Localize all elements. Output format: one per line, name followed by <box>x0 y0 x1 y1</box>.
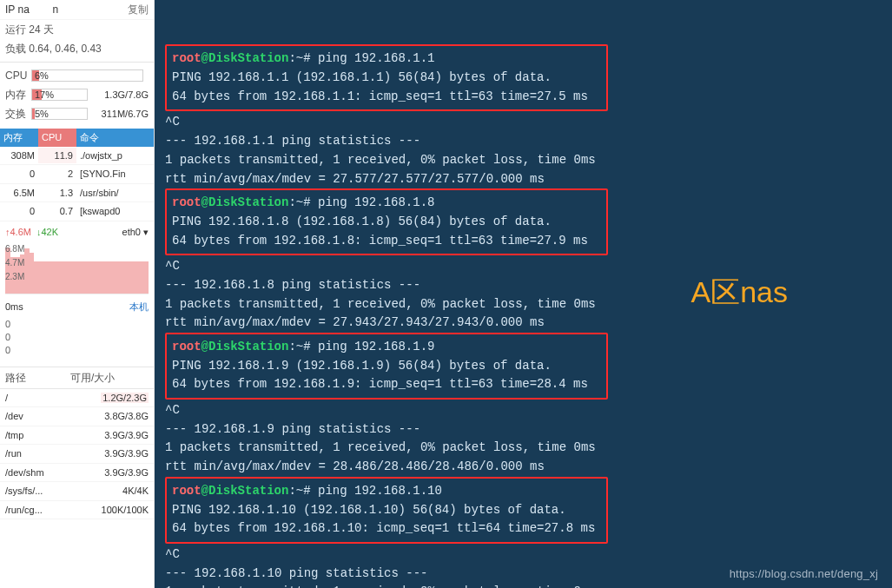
net-iface-select[interactable]: eth0 ▾ <box>122 225 149 240</box>
term-line: PING 192.168.1.9 (192.168.1.9) 56(84) by… <box>172 357 601 376</box>
ping-highlight-box: root@DiskStation:~# ping 192.168.1.9PING… <box>165 333 608 400</box>
term-line: rtt min/avg/max/mdev = 27.943/27.943/27.… <box>165 314 892 333</box>
ip-label: IP na n <box>5 2 58 17</box>
disk-path: /tmp <box>5 428 70 443</box>
disk-path: /sys/fs/... <box>5 484 70 499</box>
term-line: ^C <box>165 113 892 132</box>
proc-cpu: 0.7 <box>38 203 76 220</box>
cpu-bar: 6% <box>31 69 143 82</box>
disk-path: /run/cg... <box>5 503 70 518</box>
swap-pct: 5% <box>35 109 49 119</box>
ping-highlight-box: root@DiskStation:~# ping 192.168.1.8PING… <box>165 188 608 255</box>
disk-size: 4K/4K <box>70 484 149 499</box>
term-line: PING 192.168.1.8 (192.168.1.8) 56(84) by… <box>172 213 601 232</box>
net-row: ↑4.6M ↓42K eth0 ▾ <box>0 221 154 243</box>
disk-size: 3.9G/3.9G <box>70 466 149 480</box>
disk-path: /dev/shm <box>5 466 70 480</box>
uptime-label: 运行 24 天 <box>0 20 154 39</box>
proc-mem: 6.5M <box>0 185 38 202</box>
term-line: 1 packets transmitted, 1 received, 0% pa… <box>165 439 892 458</box>
proc-header-cmd[interactable]: 命令 <box>76 129 154 147</box>
proc-mem: 0 <box>0 203 38 220</box>
proc-header-cpu[interactable]: CPU <box>38 129 76 147</box>
disk-path: /dev <box>5 409 70 424</box>
proc-mem: 308M <box>0 148 38 164</box>
proc-cmd: ./owjstx_p <box>76 148 154 164</box>
term-line: root@DiskStation:~# ping 192.168.1.8 <box>172 194 601 213</box>
proc-header-mem[interactable]: 内存 <box>0 129 38 147</box>
disk-size: 1.2G/2.3G <box>70 391 149 406</box>
mem-bar: 17% <box>31 89 88 101</box>
disk-row[interactable]: /1.2G/2.3G <box>0 389 154 408</box>
disk-header-size[interactable]: 可用/大小 <box>70 370 149 386</box>
term-line: 1 packets transmitted, 1 received, 0% pa… <box>165 583 892 588</box>
net-down: ↓42K <box>36 225 58 240</box>
latency-target[interactable]: 本机 <box>129 300 149 314</box>
proc-row[interactable]: 308M11.9./owjstx_p <box>0 147 154 166</box>
term-line: root@DiskStation:~# ping 192.168.1.9 <box>172 338 601 357</box>
disk-row[interactable]: /tmp3.9G/3.9G <box>0 426 154 446</box>
ping-highlight-box: root@DiskStation:~# ping 192.168.1.10PIN… <box>165 477 608 544</box>
term-line: 64 bytes from 192.168.1.8: icmp_seq=1 tt… <box>172 232 601 251</box>
spark-axis: 6.8M 4.7M 2.3M <box>5 242 24 284</box>
disk-row[interactable]: /sys/fs/...4K/4K <box>0 482 154 501</box>
disk-size: 100K/100K <box>70 503 149 518</box>
proc-row[interactable]: 00.7[kswapd0 <box>0 202 154 221</box>
term-line: 64 bytes from 192.168.1.10: icmp_seq=1 t… <box>172 519 601 538</box>
term-line: root@DiskStation:~# ping 192.168.1.10 <box>172 482 601 501</box>
disk-row[interactable]: /dev/shm3.9G/3.9G <box>0 464 154 483</box>
region-label: A区nas <box>691 269 789 315</box>
term-line: root@DiskStation:~# ping 192.168.1.1 <box>172 50 601 69</box>
swap-bar: 5% <box>31 108 88 120</box>
disk-header: 路径 可用/大小 <box>0 367 154 389</box>
proc-cmd: [kswapd0 <box>76 203 154 220</box>
term-line: rtt min/avg/max/mdev = 27.577/27.577/27.… <box>165 170 892 189</box>
mem-pct: 17% <box>35 89 54 100</box>
load-label: 负载 0.64, 0.46, 0.43 <box>0 39 154 58</box>
term-line: ^C <box>165 545 892 565</box>
ip-row: IP na n 复制 <box>0 0 154 20</box>
copy-button[interactable]: 复制 <box>128 2 149 17</box>
term-line: --- 192.168.1.1 ping statistics --- <box>165 132 892 151</box>
latency-axis: 0 0 0 <box>0 318 154 358</box>
disk-header-path[interactable]: 路径 <box>5 370 70 386</box>
proc-mem: 0 <box>0 166 38 182</box>
term-line: 1 packets transmitted, 1 received, 0% pa… <box>165 151 892 170</box>
swap-label: 交换 <box>5 106 31 122</box>
proc-row[interactable]: 02[SYNO.Fin <box>0 165 154 184</box>
cpu-label: CPU <box>5 68 31 83</box>
disk-row[interactable]: /run3.9G/3.9G <box>0 445 154 464</box>
term-line: rtt min/avg/max/mdev = 28.486/28.486/28.… <box>165 458 892 477</box>
disk-row[interactable]: /run/cg...100K/100K <box>0 501 154 520</box>
proc-cmd: /usr/sbin/ <box>76 185 154 202</box>
term-line: PING 192.168.1.10 (192.168.1.10) 56(84) … <box>172 501 601 520</box>
proc-cmd: [SYNO.Fin <box>76 166 154 182</box>
proc-header[interactable]: 内存 CPU 命令 <box>0 129 154 147</box>
term-line: ^C <box>165 401 892 420</box>
disk-path: / <box>5 391 70 406</box>
term-line: 64 bytes from 192.168.1.1: icmp_seq=1 tt… <box>172 88 601 107</box>
net-spark <box>5 242 149 294</box>
watermark: https://blog.csdn.net/deng_xj <box>730 565 878 583</box>
mem-label: 内存 <box>5 87 31 102</box>
terminal-pane[interactable]: root@DiskStation:~# ping 192.168.1.1PING… <box>155 0 892 588</box>
disk-row[interactable]: /dev3.8G/3.8G <box>0 407 154 426</box>
net-up: ↑4.6M <box>5 225 31 240</box>
term-line: 64 bytes from 192.168.1.9: icmp_seq=1 tt… <box>172 375 601 394</box>
proc-row[interactable]: 6.5M1.3/usr/sbin/ <box>0 184 154 203</box>
mem-val: 1.3G/7.8G <box>93 88 149 102</box>
cpu-pct: 6% <box>35 70 49 81</box>
swap-row: 交换 5% 311M/6.7G <box>0 104 154 123</box>
latency-val: 0ms <box>5 300 23 314</box>
disk-size: 3.9G/3.9G <box>70 446 149 461</box>
latency-row: 0ms 本机 <box>0 296 154 318</box>
swap-val: 311M/6.7G <box>93 107 149 122</box>
ping-highlight-box: root@DiskStation:~# ping 192.168.1.1PING… <box>165 44 608 111</box>
disk-path: /run <box>5 446 70 461</box>
disk-size: 3.9G/3.9G <box>70 428 149 443</box>
disk-size: 3.8G/3.8G <box>70 409 149 424</box>
proc-cpu: 11.9 <box>38 148 76 164</box>
term-line: --- 192.168.1.9 ping statistics --- <box>165 420 892 439</box>
proc-cpu: 2 <box>38 166 76 182</box>
monitor-sidebar: IP na n 复制 运行 24 天 负载 0.64, 0.46, 0.43 C… <box>0 0 155 588</box>
